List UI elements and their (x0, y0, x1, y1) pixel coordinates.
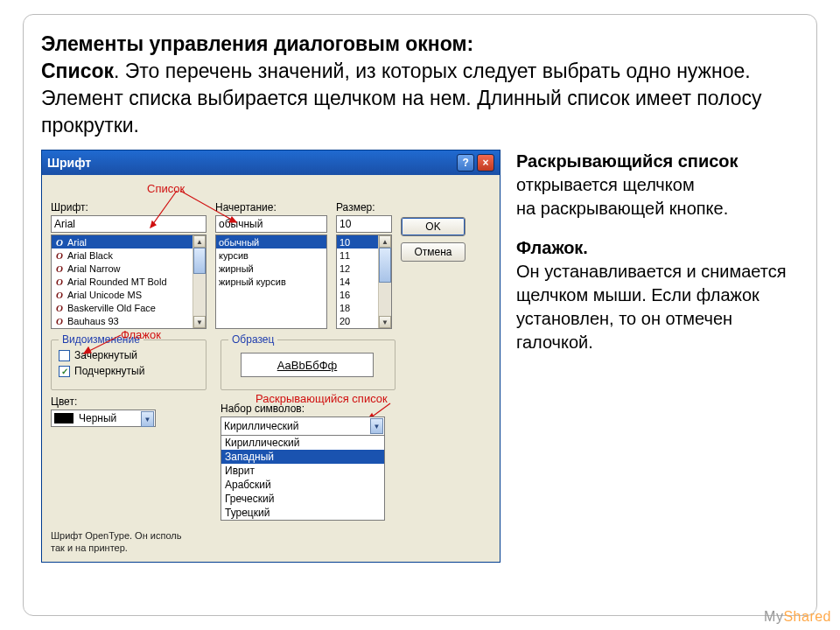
color-swatch (54, 413, 74, 424)
list-item[interactable]: Кириллический (221, 436, 384, 450)
list-item: OBauhaus 93 (52, 314, 206, 327)
list-item: OArial Rounded MT Bold (52, 275, 206, 288)
scroll-thumb[interactable] (379, 248, 391, 283)
annotation-list: Список (147, 182, 185, 195)
list-item: курсив (216, 248, 326, 262)
font-dialog: Шрифт ? × Список Ш (41, 150, 500, 563)
font-listbox[interactable]: OArial OArial Black OArial Narrow OArial… (51, 234, 206, 329)
list-item: OArial Unicode MS (52, 288, 206, 301)
scroll-thumb[interactable] (193, 248, 206, 274)
style-listbox[interactable]: обычный курсив жирный жирный курсив (215, 234, 327, 329)
list-item[interactable]: Арабский (221, 478, 384, 492)
list-item: OArial Narrow (52, 262, 206, 275)
headline-title: Элементы управления диалоговым окном: (41, 32, 473, 55)
groupbox-title: Образец (228, 333, 277, 346)
modify-groupbox: Видоизменение Зачеркнутый ✓ Подчеркнутый (51, 340, 206, 390)
list-item: OBaskerville Old Face (52, 301, 206, 314)
scrollbar[interactable]: ▲ ▼ (378, 235, 391, 328)
chevron-down-icon[interactable]: ▼ (141, 411, 154, 427)
list-item: жирный (216, 262, 326, 275)
list-item[interactable]: Турецкий (221, 506, 384, 520)
scrollbar[interactable]: ▲ ▼ (192, 235, 206, 328)
ok-button[interactable]: OK (401, 217, 466, 236)
list-item[interactable]: Греческий (221, 492, 384, 506)
strike-checkbox[interactable] (59, 350, 70, 361)
groupbox-title: Видоизменение (59, 333, 144, 346)
scroll-down-icon[interactable]: ▼ (379, 316, 391, 328)
list-item[interactable]: Западный (221, 450, 384, 464)
list-item: жирный курсив (216, 275, 326, 288)
list-item: OArial Black (52, 248, 206, 262)
list-item: обычный (216, 235, 326, 248)
size-input[interactable] (336, 215, 392, 233)
sample-groupbox: Образец АаBbБбФф (220, 340, 396, 390)
scroll-down-icon[interactable]: ▼ (193, 316, 206, 328)
underline-checkbox[interactable]: ✓ (59, 366, 70, 377)
headline: Элементы управления диалоговым окном: Сп… (41, 31, 799, 139)
headline-subtitle: Список (41, 60, 114, 82)
dialog-title: Шрифт (47, 156, 91, 170)
dropdown-list[interactable]: Кириллический Западный Иврит Арабский Гр… (221, 435, 384, 520)
close-button[interactable]: × (477, 154, 494, 172)
font-input[interactable] (51, 215, 206, 233)
scroll-up-icon[interactable]: ▲ (379, 235, 391, 248)
list-item: OArial (52, 235, 206, 248)
strike-label: Зачеркнутый (74, 349, 137, 361)
scroll-up-icon[interactable]: ▲ (193, 235, 206, 248)
help-button[interactable]: ? (457, 154, 474, 172)
charset-label: Набор символов: (220, 402, 396, 415)
cancel-button[interactable]: Отмена (401, 242, 466, 262)
headline-body: . Это перечень значений, из которых след… (41, 60, 762, 136)
chevron-down-icon[interactable]: ▼ (370, 418, 383, 434)
color-label: Цвет: (51, 396, 206, 408)
list-item[interactable]: Иврит (221, 464, 384, 478)
side-bold: Флажок. (516, 238, 588, 257)
color-select[interactable]: Черный ▼ (51, 410, 156, 427)
side-text: Раскрывающийся список открывается щелчко… (516, 150, 799, 563)
font-label: Шрифт: (51, 201, 206, 214)
sample-text: АаBbБбФф (241, 353, 374, 377)
side-bold: Раскрывающийся список (516, 151, 738, 171)
size-label: Размер: (336, 201, 392, 214)
hint-text: Шрифт OpenType. Он исполь так и на принт… (51, 529, 491, 555)
charset-dropdown[interactable]: Кириллический ▼ Кириллический Западный И… (220, 416, 385, 521)
style-input[interactable] (215, 215, 327, 233)
slide-card: Элементы управления диалоговым окном: Сп… (23, 14, 817, 616)
titlebar[interactable]: Шрифт ? × (42, 150, 500, 175)
size-listbox[interactable]: 10 11 12 14 16 18 20 ▲ ▼ (336, 234, 392, 329)
underline-label: Подчеркнутый (74, 365, 144, 377)
watermark: MyShared (764, 609, 831, 625)
style-label: Начертание: (215, 201, 327, 214)
